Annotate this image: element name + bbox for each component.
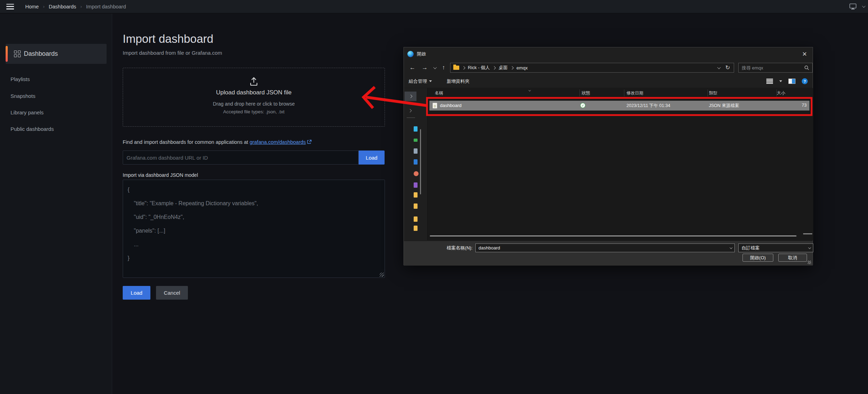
column-separator[interactable] — [707, 89, 708, 96]
filename-input[interactable] — [479, 245, 730, 251]
file-modified-date: 2023/12/11 下午 01:34 — [626, 103, 670, 109]
search-box[interactable] — [738, 63, 813, 73]
monitor-icon[interactable] — [849, 3, 857, 10]
page-subtitle: Import dashboard from file or Grafana.co… — [123, 50, 222, 56]
dialog-title: 開啟 — [417, 51, 426, 57]
crumb-chevron-icon — [493, 66, 496, 69]
sidebar-item-public-dashboards[interactable]: Public dashboards — [11, 126, 54, 132]
up-arrow-icon[interactable]: ↑ — [442, 64, 445, 71]
address-crumb-user[interactable]: Rick - 個人 — [468, 65, 490, 71]
gcom-helper-text: Find and import dashboards for common ap… — [123, 139, 312, 145]
sidebar-item-library-panels[interactable]: Library panels — [11, 109, 43, 115]
gcom-dashboards-link[interactable]: grafana.com/dashboards — [250, 139, 306, 145]
column-header-size[interactable]: 大小 — [777, 90, 785, 96]
upload-title: Upload dashboard JSON file — [123, 89, 385, 96]
gcom-url-row: Load — [123, 151, 385, 165]
crumb-chevron-icon — [462, 66, 465, 69]
load-button[interactable]: Load — [123, 286, 150, 300]
address-dropdown-chevron-icon[interactable] — [717, 66, 721, 69]
nav-pane-folder-icon[interactable] — [414, 216, 418, 222]
address-crumb-folder[interactable]: emqx — [516, 65, 528, 71]
filetype-combo[interactable]: 自訂檔案 — [738, 243, 813, 252]
filename-label: 檔案名稱(N): — [418, 245, 473, 251]
dialog-titlebar[interactable]: 開啟 ✕ — [404, 47, 813, 61]
topbar: Home › Dashboards › Import dashboard — [0, 0, 868, 13]
gcom-url-input[interactable] — [123, 151, 359, 165]
column-header-type[interactable]: 類型 — [709, 90, 717, 96]
breadcrumb: Home › Dashboards › Import dashboard — [25, 4, 126, 9]
combo-chevron-icon[interactable] — [730, 246, 732, 249]
nav-pane-folder-icon[interactable] — [414, 226, 418, 231]
forward-arrow-icon[interactable]: → — [422, 64, 428, 71]
nav-pane-item-icon[interactable] — [414, 171, 419, 176]
combo-chevron-icon[interactable] — [808, 246, 811, 249]
dialog-resize-grip[interactable] — [808, 261, 811, 264]
view-mode-caret-icon[interactable] — [779, 80, 782, 82]
search-icon — [804, 65, 809, 70]
nav-pane-item-icon[interactable] — [414, 159, 418, 165]
textarea-resize-handle-icon[interactable] — [380, 273, 384, 277]
dashboards-grid-icon — [14, 51, 21, 57]
external-link-icon — [307, 140, 312, 144]
breadcrumb-home[interactable]: Home — [25, 4, 39, 9]
column-header-modified[interactable]: 修改日期 — [626, 90, 643, 96]
crumb-chevron-icon — [510, 66, 514, 69]
gcom-load-button[interactable]: Load — [359, 151, 385, 165]
nav-pane-folder-icon[interactable] — [414, 203, 418, 209]
organize-menu[interactable]: 組合管理 — [409, 78, 432, 85]
file-name: dashboard — [440, 103, 461, 108]
address-bar[interactable]: Rick - 個人 桌面 emqx ↻ — [450, 63, 734, 73]
chevron-down-icon[interactable] — [862, 4, 866, 8]
dialog-cancel-button[interactable]: 取消 — [778, 254, 807, 262]
cancel-button[interactable]: Cancel — [156, 286, 188, 300]
upload-accepted-types: Accepted file types: .json, .txt — [123, 109, 385, 114]
nav-pane-folder-icon[interactable] — [414, 192, 418, 198]
file-size: 73 — [802, 103, 807, 108]
view-mode-icon[interactable] — [766, 79, 773, 84]
sidebar-item-dashboards[interactable]: Dashboards — [6, 44, 107, 64]
address-crumb-desktop[interactable]: 桌面 — [499, 65, 508, 71]
help-icon[interactable]: ? — [802, 78, 808, 84]
sidebar-section-title: Dashboards — [24, 50, 58, 58]
expand-tree-icon[interactable] — [409, 107, 411, 113]
close-icon[interactable]: ✕ — [796, 47, 813, 61]
file-open-dialog: 開啟 ✕ ← → ↑ Rick - 個人 桌面 emqx ↻ — [404, 47, 813, 265]
expand-tree-icon[interactable] — [405, 92, 416, 101]
column-header-name[interactable]: 名稱 — [435, 90, 443, 96]
upload-icon — [123, 76, 385, 88]
new-folder-button[interactable]: 新增資料夾 — [447, 78, 469, 85]
preview-pane-icon[interactable] — [788, 79, 795, 84]
file-row-dashboard[interactable]: {} dashboard ✓ 2023/12/11 下午 01:34 JSON … — [429, 101, 809, 111]
breadcrumb-dashboards[interactable]: Dashboards — [49, 4, 76, 9]
back-arrow-icon[interactable]: ← — [409, 64, 415, 71]
sidebar: Dashboards Playlists Snapshots Library p… — [0, 14, 112, 394]
sync-status-check-icon: ✓ — [580, 103, 585, 108]
sidebar-item-snapshots[interactable]: Snapshots — [11, 93, 35, 99]
page-title: Import dashboard — [123, 32, 213, 46]
topbar-right — [849, 3, 864, 10]
nav-pane-scrollbar[interactable] — [420, 129, 421, 194]
horizontal-scrollbar[interactable] — [430, 235, 796, 236]
edge-app-icon — [407, 51, 414, 57]
upload-dropzone[interactable]: Upload dashboard JSON file Drag and drop… — [123, 68, 385, 127]
nav-pane-item-icon[interactable] — [414, 126, 418, 132]
json-model-label: Import via dashboard JSON model — [123, 172, 198, 178]
search-input[interactable] — [742, 65, 804, 71]
menu-icon[interactable] — [6, 4, 14, 9]
column-header-status[interactable]: 狀態 — [582, 90, 590, 96]
nav-pane-item-icon[interactable] — [414, 139, 418, 142]
nav-pane-item-icon[interactable] — [414, 182, 418, 188]
caret-down-icon — [429, 80, 432, 82]
column-separator[interactable] — [624, 89, 624, 96]
nav-pane-item-icon[interactable] — [414, 148, 418, 154]
upload-hint: Drag and drop here or click to browse — [123, 101, 385, 107]
open-button[interactable]: 開啟(O) — [742, 254, 773, 262]
sidebar-item-playlists[interactable]: Playlists — [11, 76, 30, 82]
column-separator[interactable] — [579, 89, 580, 96]
active-indicator-bar — [6, 46, 8, 62]
history-chevron-icon[interactable] — [433, 66, 437, 69]
json-model-textarea[interactable]: { "title": "Example - Repeating Dictiona… — [123, 180, 385, 278]
refresh-icon[interactable]: ↻ — [725, 65, 730, 71]
filename-combo[interactable] — [475, 243, 735, 252]
dialog-toolbar: 組合管理 新增資料夾 ? — [404, 75, 813, 88]
